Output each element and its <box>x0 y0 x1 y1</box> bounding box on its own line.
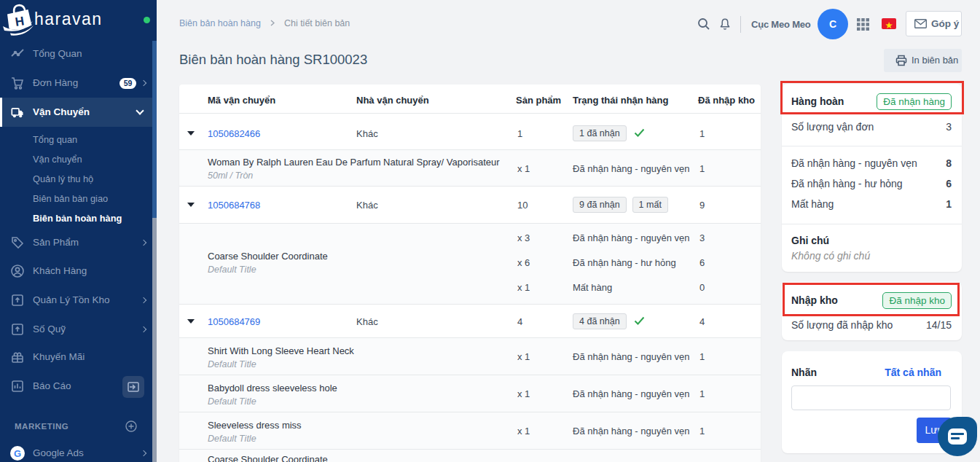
svg-text:G: G <box>14 448 21 459</box>
